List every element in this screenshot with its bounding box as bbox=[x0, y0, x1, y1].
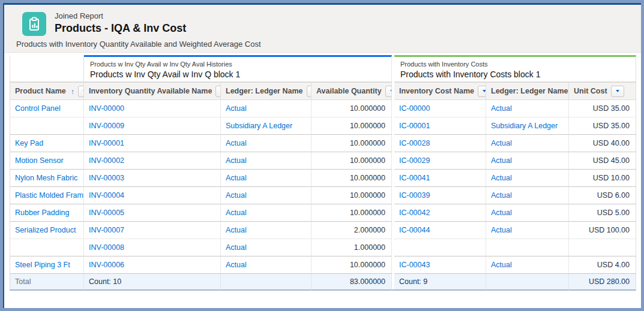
inv-qty-avail-link[interactable]: INV-00009 bbox=[84, 117, 221, 135]
column-label: Product Name bbox=[15, 87, 66, 95]
ledger-link[interactable]: Subsidiary A Ledger bbox=[486, 117, 569, 135]
column-header-available-quantity[interactable]: Available Quantity bbox=[311, 82, 392, 100]
unit-cost-total: USD 280.00 bbox=[569, 274, 636, 291]
available-quantity-value: 10.000000 bbox=[311, 204, 392, 222]
available-quantity-value: 10.000000 bbox=[311, 117, 392, 135]
column-header-inventory-cost-name[interactable]: Inventory Cost Name bbox=[394, 82, 486, 100]
inventory-cost-link[interactable]: IC-00039 bbox=[394, 187, 486, 204]
ledger-link[interactable]: Actual bbox=[221, 204, 311, 222]
chevron-down-icon bbox=[616, 90, 619, 92]
window-frame: Joined Report Products - IQA & Inv Cost … bbox=[0, 0, 644, 311]
ledger-empty bbox=[486, 239, 569, 256]
unit-cost-value: USD 5.00 bbox=[569, 204, 636, 222]
product-name-link[interactable]: Key Pad bbox=[10, 135, 84, 152]
available-quantity-value: 10.000000 bbox=[311, 135, 392, 152]
inventory-cost-link[interactable]: IC-00029 bbox=[394, 152, 486, 170]
product-name-link[interactable]: Steel Piping 3 Ft bbox=[10, 256, 84, 274]
product-name-empty bbox=[10, 239, 84, 256]
ledger-link[interactable]: Actual bbox=[486, 135, 569, 152]
column-header-ledger-name-1[interactable]: Ledger: Ledger Name bbox=[221, 82, 311, 100]
unit-cost-value: USD 4.00 bbox=[569, 256, 636, 274]
joined-report-table: Products w Inv Qty Avail w Inv Qty Aval … bbox=[10, 55, 636, 291]
column-menu-button[interactable] bbox=[611, 86, 624, 97]
ledger-link[interactable]: Actual bbox=[221, 170, 311, 187]
report-type-label: Joined Report bbox=[55, 11, 186, 21]
inventory-cost-link[interactable]: IC-00042 bbox=[394, 204, 486, 222]
report-header: Joined Report Products - IQA & Inv Cost … bbox=[4, 5, 641, 53]
inv-qty-avail-link[interactable]: INV-00002 bbox=[84, 152, 221, 170]
ledger-link[interactable]: Actual bbox=[221, 239, 311, 256]
ledger-link[interactable]: Actual bbox=[221, 187, 311, 204]
ledger-link[interactable]: Actual bbox=[486, 152, 569, 170]
column-menu-button[interactable] bbox=[78, 86, 84, 97]
block-1-source-name: Products w Inv Qty Avail w Inv Qty Aval … bbox=[90, 60, 385, 69]
block-1-header: Products w Inv Qty Avail w Inv Qty Aval … bbox=[84, 55, 392, 82]
ledger-link[interactable]: Actual bbox=[221, 152, 311, 170]
joined-report-icon bbox=[22, 12, 46, 36]
available-quantity-value: 10.000000 bbox=[311, 170, 392, 187]
inventory-cost-empty bbox=[394, 239, 486, 256]
inv-qty-avail-link[interactable]: INV-00003 bbox=[84, 170, 221, 187]
column-header-product-name[interactable]: Product Name ↑ bbox=[10, 82, 84, 100]
ledger-link[interactable]: Actual bbox=[486, 256, 569, 274]
total-ledger-empty bbox=[486, 274, 569, 291]
ic-record-count: Count: 9 bbox=[394, 274, 486, 291]
column-header-inv-qty-avail-name[interactable]: Inventory Quantity Available Name bbox=[84, 82, 221, 100]
column-header-unit-cost[interactable]: Unit Cost bbox=[569, 82, 636, 100]
block-2-source-name: Products with Inventory Costs bbox=[400, 60, 630, 69]
product-name-empty bbox=[10, 117, 84, 135]
report-description: Products with Inventory Quantity Availab… bbox=[16, 40, 641, 49]
column-menu-button[interactable] bbox=[307, 86, 311, 97]
sort-ascending-icon: ↑ bbox=[71, 87, 75, 96]
column-menu-button[interactable] bbox=[385, 86, 392, 97]
unit-cost-empty bbox=[569, 239, 636, 256]
inventory-cost-link[interactable]: IC-00043 bbox=[394, 256, 486, 274]
page-title: Products - IQA & Inv Cost bbox=[55, 22, 186, 35]
block-2-label[interactable]: Products with Inventory Costs block 1 bbox=[400, 69, 630, 80]
inv-qty-avail-link[interactable]: INV-00008 bbox=[84, 239, 221, 256]
column-header-ledger-name-2[interactable]: Ledger: Ledger Name bbox=[486, 82, 569, 100]
available-quantity-value: 10.000000 bbox=[311, 187, 392, 204]
total-ledger-empty bbox=[221, 274, 311, 291]
column-label: Ledger: Ledger Name bbox=[226, 87, 303, 95]
inventory-cost-link[interactable]: IC-00028 bbox=[394, 135, 486, 152]
block-header-corner-cell bbox=[10, 55, 84, 82]
total-label: Total bbox=[10, 274, 84, 291]
product-name-link[interactable]: Nylon Mesh Fabric bbox=[10, 170, 84, 187]
product-name-link[interactable]: Rubber Padding bbox=[10, 204, 84, 222]
unit-cost-value: USD 6.00 bbox=[569, 187, 636, 204]
report-page: Joined Report Products - IQA & Inv Cost … bbox=[3, 3, 641, 308]
column-menu-button[interactable] bbox=[215, 86, 221, 97]
block-2-header: Products with Inventory Costs Products w… bbox=[394, 55, 636, 82]
unit-cost-value: USD 40.00 bbox=[569, 135, 636, 152]
available-quantity-value: 10.000000 bbox=[311, 256, 392, 274]
block-1-label[interactable]: Products w Inv Qty Avail w Inv Q block 1 bbox=[90, 69, 385, 80]
ledger-link[interactable]: Actual bbox=[486, 187, 569, 204]
inv-qty-avail-link[interactable]: INV-00005 bbox=[84, 204, 221, 222]
column-label: Ledger: Ledger Name bbox=[491, 87, 568, 95]
available-quantity-value: 1.000000 bbox=[311, 239, 392, 256]
product-name-link[interactable]: Plastic Molded Frame bbox=[10, 187, 84, 204]
unit-cost-value: USD 35.00 bbox=[569, 117, 636, 135]
column-menu-button[interactable] bbox=[478, 86, 486, 97]
ledger-link[interactable]: Actual bbox=[486, 170, 569, 187]
column-label: Inventory Cost Name bbox=[399, 87, 474, 95]
unit-cost-value: USD 10.00 bbox=[569, 170, 636, 187]
ledger-link[interactable]: Actual bbox=[221, 256, 311, 274]
available-quantity-value: 10.000000 bbox=[311, 152, 392, 170]
inv-qty-avail-link[interactable]: INV-00001 bbox=[84, 135, 221, 152]
unit-cost-value: USD 45.00 bbox=[569, 152, 636, 170]
column-label: Inventory Quantity Available Name bbox=[89, 87, 212, 95]
column-label: Available Quantity bbox=[316, 87, 382, 95]
inv-qty-avail-link[interactable]: INV-00006 bbox=[84, 256, 221, 274]
inv-record-count: Count: 10 bbox=[84, 274, 221, 291]
product-name-link[interactable]: Motion Sensor bbox=[10, 152, 84, 170]
column-label: Unit Cost bbox=[574, 87, 607, 95]
available-quantity-total: 83.000000 bbox=[311, 274, 392, 291]
inventory-cost-link[interactable]: IC-00001 bbox=[394, 117, 486, 135]
inv-qty-avail-link[interactable]: INV-00004 bbox=[84, 187, 221, 204]
ledger-link[interactable]: Actual bbox=[486, 204, 569, 222]
ledger-link[interactable]: Subsidiary A Ledger bbox=[221, 117, 311, 135]
ledger-link[interactable]: Actual bbox=[221, 135, 311, 152]
inventory-cost-link[interactable]: IC-00041 bbox=[394, 170, 486, 187]
